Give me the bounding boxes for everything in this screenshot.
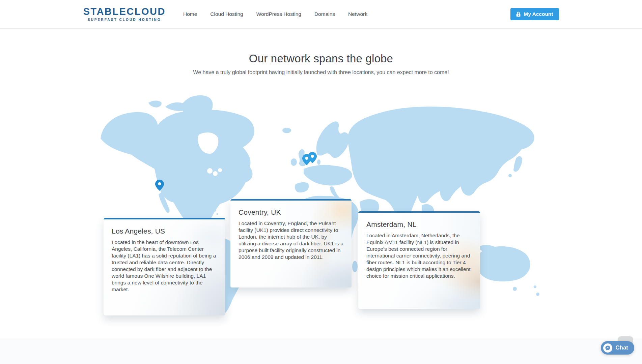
footer-band — [0, 339, 642, 364]
brand-logo[interactable]: STABLECLOUD SUPERFAST CLOUD HOSTING — [83, 7, 166, 22]
nav-item-wordpress-hosting[interactable]: WordPress Hosting — [256, 11, 301, 17]
page-subtitle: We have a truly global footprint having … — [0, 69, 642, 75]
site-header: STABLECLOUD SUPERFAST CLOUD HOSTING Home… — [0, 0, 642, 29]
location-card-amsterdam: Amsterdam, NL Located in Amsterdam, Neth… — [358, 211, 480, 309]
my-account-label: My Account — [524, 11, 553, 17]
hero-section: Our network spans the globe We have a tr… — [0, 29, 642, 83]
nav-item-cloud-hosting[interactable]: Cloud Hosting — [210, 11, 243, 17]
brand-name: STABLECLOUD — [83, 7, 166, 17]
brand-tagline: SUPERFAST CLOUD HOSTING — [88, 18, 161, 22]
my-account-button[interactable]: My Account — [510, 8, 559, 20]
location-card-coventry: Coventry, UK Located in Coventry, Englan… — [230, 199, 352, 287]
lock-icon — [516, 11, 521, 17]
location-description: Located in Amsterdam, Netherlands, the E… — [366, 232, 472, 279]
nav-item-network[interactable]: Network — [348, 11, 367, 17]
messenger-chat-button[interactable]: Chat — [601, 341, 634, 355]
messenger-icon — [603, 343, 612, 353]
nav-item-domains[interactable]: Domains — [314, 11, 335, 17]
location-name: Coventry, UK — [239, 208, 343, 216]
chat-label: Chat — [615, 344, 628, 351]
location-card-los-angeles: Los Angeles, US Located in the heart of … — [104, 218, 225, 315]
main-nav: Home Cloud Hosting WordPress Hosting Dom… — [183, 11, 367, 17]
nav-item-home[interactable]: Home — [183, 11, 197, 17]
location-name: Amsterdam, NL — [366, 220, 472, 229]
network-section: Los Angeles, US Located in the heart of … — [0, 83, 642, 339]
location-description: Located in Coventry, England, the Pulsan… — [239, 220, 343, 261]
map-pin-los-angeles-icon[interactable] — [155, 180, 164, 191]
location-description: Located in the heart of downtown Los Ang… — [112, 239, 217, 293]
location-name: Los Angeles, US — [112, 227, 217, 235]
page-title: Our network spans the globe — [0, 52, 642, 65]
map-pin-coventry-icon[interactable] — [302, 154, 311, 165]
